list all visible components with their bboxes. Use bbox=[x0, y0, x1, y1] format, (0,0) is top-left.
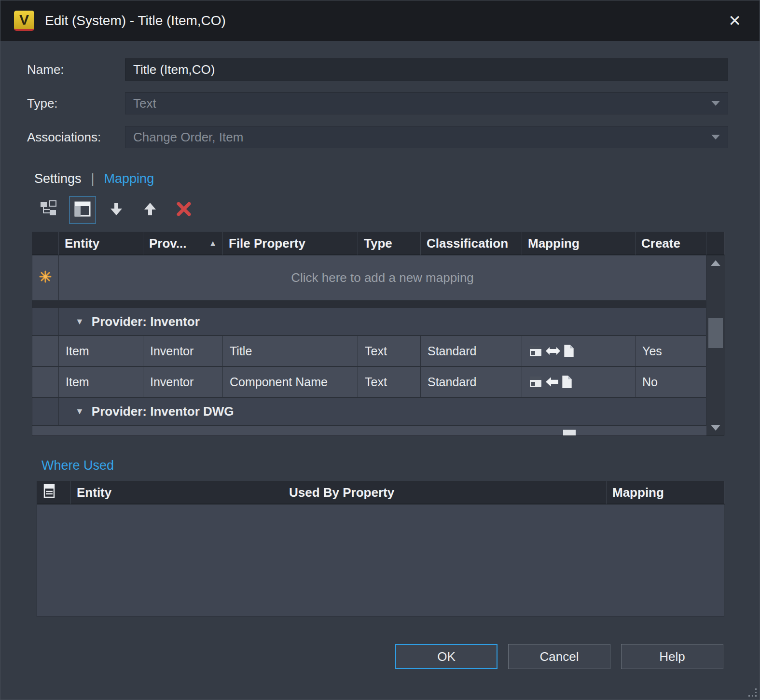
type-label: Type: bbox=[27, 96, 125, 111]
mapping-grid: Entity Prov... ▲ File Property Type Clas… bbox=[32, 232, 724, 436]
column-provider[interactable]: Prov... ▲ bbox=[143, 232, 223, 255]
collapse-triangle-icon[interactable]: ▼ bbox=[75, 406, 84, 417]
delete-x-icon bbox=[176, 201, 192, 219]
mapping-toolbar bbox=[35, 196, 760, 224]
vault-app-icon: V bbox=[14, 11, 34, 31]
delete-mapping-button[interactable] bbox=[170, 196, 197, 224]
type-value: Text bbox=[133, 96, 156, 111]
column-entity[interactable]: Entity bbox=[59, 232, 143, 255]
name-label: Name: bbox=[27, 62, 125, 77]
where-used-link[interactable]: Where Used bbox=[41, 458, 114, 473]
associations-dropdown[interactable]: Change Order, Item bbox=[125, 126, 728, 148]
cell-mapping bbox=[522, 367, 636, 398]
add-mapping-text[interactable]: Click here to add a new mapping bbox=[59, 255, 706, 301]
type-dropdown[interactable]: Text bbox=[125, 92, 728, 114]
grid-vertical-scrollbar[interactable] bbox=[706, 255, 725, 435]
mapping-row-title[interactable]: Item Inventor Title Text Standard bbox=[32, 336, 706, 367]
new-row-star-icon bbox=[39, 270, 52, 286]
cell-provider: Inventor bbox=[143, 336, 223, 367]
sort-ascending-icon: ▲ bbox=[209, 239, 217, 248]
row-header-column bbox=[32, 232, 59, 255]
mapping-file-to-property-icon bbox=[529, 375, 572, 389]
associations-value: Change Order, Item bbox=[133, 130, 243, 145]
ok-button[interactable]: OK bbox=[395, 644, 497, 669]
titlebar: V Edit (System) - Title (Item,CO) ✕ bbox=[0, 0, 760, 41]
cell-entity: Item bbox=[59, 367, 143, 398]
cancel-button[interactable]: Cancel bbox=[508, 644, 610, 669]
where-used-header: Entity Used By Property Mapping bbox=[37, 481, 724, 504]
scroll-up-icon[interactable] bbox=[711, 260, 720, 266]
cell-mapping bbox=[522, 336, 636, 367]
property-form: Name: Type: Text Associations: Change Or… bbox=[27, 58, 728, 148]
column-mapping[interactable]: Mapping bbox=[522, 232, 636, 255]
help-button[interactable]: Help bbox=[621, 644, 723, 669]
cell-file-property: Component Name bbox=[223, 367, 358, 398]
tree-view-icon bbox=[40, 200, 58, 220]
where-used-empty-body bbox=[37, 504, 724, 616]
mapping-bidirectional-icon bbox=[529, 344, 574, 358]
cell-classification: Standard bbox=[421, 336, 522, 367]
cell-create: Yes bbox=[636, 336, 706, 367]
column-used-by-property[interactable]: Used By Property bbox=[283, 481, 607, 504]
column-create[interactable]: Create bbox=[636, 232, 706, 255]
move-up-button[interactable] bbox=[137, 196, 164, 224]
move-down-button[interactable] bbox=[103, 196, 130, 224]
new-row-indicator bbox=[32, 255, 59, 301]
cell-create: No bbox=[636, 367, 706, 398]
dialog-buttons: OK Cancel Help bbox=[0, 644, 760, 669]
tab-mapping[interactable]: Mapping bbox=[104, 171, 154, 186]
column-view-button[interactable] bbox=[69, 196, 96, 224]
close-icon[interactable]: ✕ bbox=[723, 10, 746, 32]
column-entity[interactable]: Entity bbox=[71, 481, 283, 504]
cell-type: Text bbox=[358, 367, 421, 398]
group-label: Provider: Inventor bbox=[92, 314, 200, 329]
column-mapping[interactable]: Mapping bbox=[607, 481, 725, 504]
record-selector-icon bbox=[43, 484, 55, 502]
clipped-row bbox=[32, 426, 706, 435]
collapse-triangle-icon[interactable]: ▼ bbox=[75, 317, 84, 327]
where-used-table: Entity Used By Property Mapping bbox=[37, 481, 724, 617]
group-by-tree-button[interactable] bbox=[35, 196, 62, 224]
column-type[interactable]: Type bbox=[358, 232, 421, 255]
group-row-inventor-dwg[interactable]: ▼ Provider: Inventor DWG bbox=[32, 398, 706, 426]
cell-entity: Item bbox=[59, 336, 143, 367]
cell-classification: Standard bbox=[421, 367, 522, 398]
cell-provider: Inventor bbox=[143, 367, 223, 398]
column-file-property[interactable]: File Property bbox=[223, 232, 358, 255]
scrollbar-thumb[interactable] bbox=[708, 318, 723, 348]
where-used-icon-column bbox=[37, 481, 71, 504]
associations-label: Associations: bbox=[27, 130, 125, 145]
group-label: Provider: Inventor DWG bbox=[92, 404, 234, 419]
column-classification[interactable]: Classification bbox=[421, 232, 522, 255]
mapping-grid-header: Entity Prov... ▲ File Property Type Clas… bbox=[32, 232, 724, 255]
header-scrollbar-stub bbox=[706, 232, 725, 255]
mapping-row-component-name[interactable]: Item Inventor Component Name Text Standa… bbox=[32, 367, 706, 398]
resize-grip[interactable] bbox=[749, 689, 757, 697]
name-input[interactable] bbox=[125, 58, 728, 81]
arrow-up-icon bbox=[142, 201, 158, 219]
cell-type: Text bbox=[358, 336, 421, 367]
cell-file-property: Title bbox=[223, 336, 358, 367]
add-mapping-row[interactable]: Click here to add a new mapping bbox=[32, 255, 706, 301]
arrow-down-icon bbox=[109, 201, 124, 219]
chevron-down-icon bbox=[711, 101, 720, 106]
group-row-inventor[interactable]: ▼ Provider: Inventor bbox=[32, 308, 706, 336]
columns-icon bbox=[74, 201, 91, 219]
tab-settings[interactable]: Settings bbox=[34, 171, 82, 186]
window-title: Edit (System) - Title (Item,CO) bbox=[45, 13, 723, 28]
tab-separator: | bbox=[91, 171, 95, 186]
chevron-down-icon bbox=[711, 135, 720, 140]
grid-spacer bbox=[32, 301, 706, 308]
scroll-down-icon[interactable] bbox=[711, 425, 720, 431]
tab-bar: Settings | Mapping bbox=[34, 171, 760, 186]
